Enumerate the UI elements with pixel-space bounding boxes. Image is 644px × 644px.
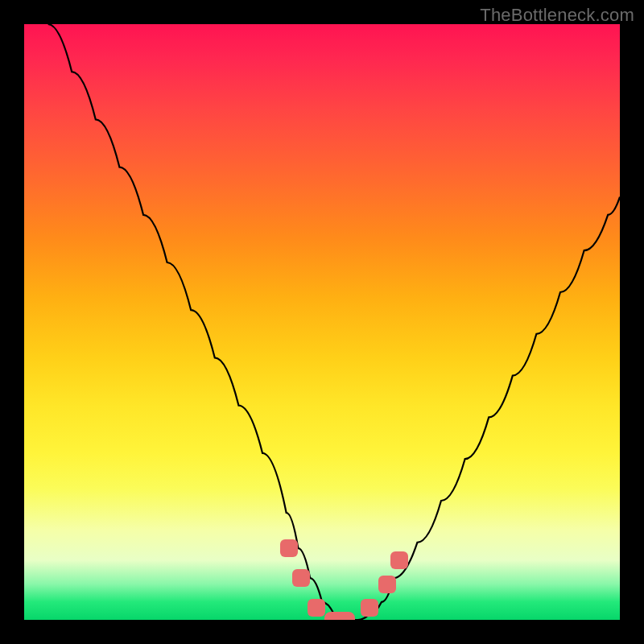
chart-plot-area: [24, 24, 620, 620]
bottleneck-curve: [24, 24, 620, 620]
curve-path: [48, 24, 620, 620]
chart-frame: TheBottleneck.com: [0, 0, 644, 644]
curve-marker: [292, 569, 310, 587]
curve-marker: [361, 599, 378, 617]
watermark-text: TheBottleneck.com: [480, 5, 634, 26]
curve-marker: [324, 612, 355, 620]
curve-marker: [378, 576, 396, 593]
curve-marker: [308, 599, 325, 617]
curve-marker: [390, 551, 408, 569]
curve-marker: [280, 539, 298, 557]
